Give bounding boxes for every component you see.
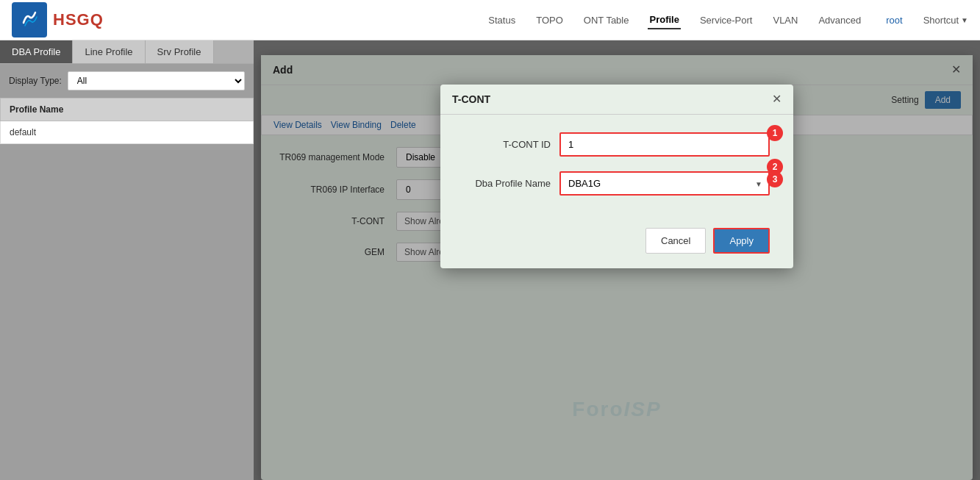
display-type-row: Display Type: All — [0, 64, 254, 98]
tcont-id-input[interactable] — [559, 132, 770, 157]
nav-shortcut[interactable]: Shortcut ▼ — [923, 15, 968, 26]
badge-3: 3 — [767, 171, 783, 187]
tcont-modal-title: T-CONT — [452, 93, 490, 105]
nav-topo[interactable]: TOPO — [534, 12, 565, 29]
tcont-modal-close-button[interactable]: ✕ — [772, 93, 782, 105]
tcont-id-row: T-CONT ID — [464, 132, 770, 157]
dba-profile-select-wrap: DBA1G ▼ — [559, 171, 770, 196]
apply-button[interactable]: Apply — [713, 228, 770, 254]
nav-profile[interactable]: Profile — [648, 11, 680, 29]
display-type-label: Display Type: — [9, 76, 62, 86]
tab-bar: DBA Profile Line Profile Srv Profile — [0, 40, 254, 64]
tcont-modal: T-CONT ✕ 1 T-CONT ID 2 Dba Profile — [440, 85, 793, 268]
badge-1: 1 — [767, 125, 783, 141]
profile-name-cell: default — [1, 121, 254, 144]
modal-overlay: T-CONT ✕ 1 T-CONT ID 2 Dba Profile — [254, 40, 980, 480]
display-type-select[interactable]: All — [68, 71, 245, 90]
right-panel: Add ✕ Setting Add View Details View Bind… — [254, 40, 980, 480]
navbar: HSGQ Status TOPO ONT Table Profile Servi… — [0, 0, 980, 40]
tcont-modal-body: 1 T-CONT ID 2 Dba Profile Name DBA1G — [440, 115, 793, 228]
dba-profile-label: Dba Profile Name — [464, 178, 559, 189]
logo: HSGQ — [12, 2, 104, 37]
table-row[interactable]: default — [1, 121, 254, 144]
left-panel: DBA Profile Line Profile Srv Profile Dis… — [0, 40, 254, 480]
tab-srv-profile[interactable]: Srv Profile — [146, 40, 214, 63]
nav-ont-table[interactable]: ONT Table — [582, 12, 631, 29]
nav-user: root — [886, 15, 902, 26]
tcont-modal-footer: Cancel Apply — [440, 228, 793, 268]
cancel-button[interactable]: Cancel — [645, 228, 706, 254]
tab-line-profile[interactable]: Line Profile — [73, 40, 145, 63]
nav-status[interactable]: Status — [487, 12, 517, 29]
logo-icon — [12, 2, 47, 37]
nav-service-port[interactable]: Service-Port — [698, 12, 754, 29]
nav-advanced[interactable]: Advanced — [817, 12, 862, 29]
chevron-down-icon: ▼ — [961, 16, 968, 24]
tcont-modal-header: T-CONT ✕ — [440, 85, 793, 115]
main-nav: Status TOPO ONT Table Profile Service-Po… — [487, 11, 968, 29]
logo-text: HSGQ — [53, 10, 104, 29]
dba-profile-select[interactable]: DBA1G — [559, 171, 770, 196]
tab-dba-profile[interactable]: DBA Profile — [0, 40, 73, 63]
nav-vlan[interactable]: VLAN — [771, 12, 799, 29]
profile-name-header: Profile Name — [1, 98, 254, 121]
tcont-id-label: T-CONT ID — [464, 139, 559, 150]
svg-point-0 — [19, 10, 40, 30]
profile-table: Profile Name default — [0, 98, 254, 144]
main-content: DBA Profile Line Profile Srv Profile Dis… — [0, 40, 980, 480]
dba-profile-row: Dba Profile Name DBA1G ▼ — [464, 171, 770, 196]
